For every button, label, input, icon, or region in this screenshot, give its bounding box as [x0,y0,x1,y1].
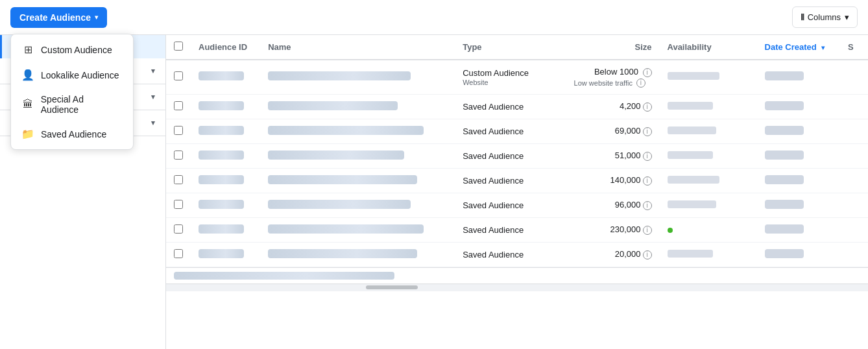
name-blurred [268,126,424,135]
type-label: Saved Audience [463,126,558,136]
dropdown-item-special-ad-audience[interactable]: 🏛 Special Ad Audience [11,88,133,121]
table-row: Saved Audience 51,000i [166,143,868,168]
th-name: Name [260,35,455,60]
toolbar: Create Audience ▾ ⦀ Columns ▾ [0,0,868,35]
size-info-icon[interactable]: i [643,68,652,77]
row-checkbox[interactable] [174,249,183,258]
row-checkbox[interactable] [174,101,183,110]
td-name [260,60,455,94]
th-name-label: Name [268,42,291,52]
size-info-icon[interactable]: i [643,226,652,235]
size-info-icon[interactable]: i [643,201,652,210]
td-date [757,60,841,94]
table-row: Saved Audience 230,000i [166,217,868,242]
row-checkbox[interactable] [174,71,183,80]
dropdown-item-saved-audience[interactable]: 📁 Saved Audience [11,121,133,147]
type-sub: Website [463,78,558,86]
size-val: 230,000 [610,224,641,234]
avail-blurred [668,200,716,208]
size-val: 51,000 [615,150,641,160]
audience-id-blurred [199,224,244,234]
columns-caret-icon: ▾ [845,12,849,22]
avail-blurred [668,176,719,184]
th-audience-id: Audience ID [191,35,260,60]
th-availability: Availability [660,35,757,60]
audiences-table: Audience ID Name Type Size Availability [166,35,868,267]
th-date-created[interactable]: Date Created ▾ [757,35,841,60]
create-audience-button[interactable]: Create Audience ▾ [10,7,107,28]
size-info-icon[interactable]: i [643,152,652,161]
type-label: Saved Audience [463,250,558,259]
audience-id-blurred [199,71,244,80]
columns-icon: ⦀ [801,12,804,23]
date-blurred [765,249,804,258]
th-type-label: Type [463,42,481,52]
dropdown-item-custom-audience[interactable]: ⊞ Custom Audience [11,37,133,62]
size-val: 69,000 [615,126,641,136]
avail-blurred [668,72,719,80]
table-row: Saved Audience 96,000i [166,193,868,217]
low-traffic-label: Low website traffic i [574,78,652,88]
dropdown-item-custom-audience-label: Custom Audience [41,45,112,55]
size-info-icon[interactable]: i [643,127,652,136]
size-info-icon[interactable]: i [643,102,652,112]
size-val: 96,000 [615,200,641,210]
table-row: Saved Audience 140,000i [166,168,868,193]
avail-blurred [668,126,716,134]
select-all-checkbox[interactable] [174,42,183,51]
create-audience-dropdown: ⊞ Custom Audience 👤 Lookalike Audience 🏛… [10,34,134,150]
columns-button[interactable]: ⦀ Columns ▾ [792,6,858,28]
date-blurred [765,126,804,135]
audience-id-blurred [199,150,244,160]
size-val: Below 1000 [594,67,638,77]
row-checkbox[interactable] [174,126,183,135]
date-blurred [765,224,804,234]
th-date-created-label: Date Created [765,42,817,52]
table-row: Saved Audience 69,000i [166,119,868,143]
td-checkbox [166,60,191,94]
create-audience-caret: ▾ [95,14,98,21]
availability-green-dot [668,228,673,233]
dropdown-item-saved-audience-label: Saved Audience [41,129,106,139]
td-audience-id [191,60,260,94]
dropdown-item-lookalike-audience[interactable]: 👤 Lookalike Audience [11,62,133,88]
audience-id-blurred [199,249,244,258]
table-row: Saved Audience 4,200i [166,94,868,119]
type-label: Saved Audience [463,151,558,161]
size-val: 140,000 [610,175,641,185]
audience-id-blurred [199,175,244,184]
date-blurred [765,101,804,110]
dropdown-item-lookalike-audience-label: Lookalike Audience [41,70,119,80]
avail-blurred [668,102,713,110]
name-blurred [268,71,411,80]
th-size: Size [566,35,660,60]
th-audience-id-label: Audience ID [199,42,247,52]
columns-label: Columns [808,12,841,22]
low-traffic-info-icon[interactable]: i [636,78,645,88]
name-blurred [268,224,424,234]
size-info-icon[interactable]: i [643,250,652,259]
row-checkbox[interactable] [174,200,183,209]
th-availability-label: Availability [668,42,712,52]
row-checkbox[interactable] [174,150,183,160]
avail-blurred [668,250,713,258]
type-label: Saved Audience [463,176,558,186]
row-checkbox[interactable] [174,175,183,184]
table-body: Custom Audience Website Below 1000 i Low… [166,60,868,267]
size-info-icon[interactable]: i [643,176,652,186]
type-label: Saved Audience [463,225,558,235]
audience-id-blurred [199,200,244,209]
create-audience-label: Create Audience [19,12,91,23]
lookalike-audience-icon: 👤 [21,69,34,81]
size-val: 20,000 [615,249,641,259]
type-label: Saved Audience [463,102,558,112]
horizontal-scrollbar[interactable] [166,283,868,291]
date-blurred [765,175,804,184]
th-s: S [840,35,868,60]
type-filter-caret-icon: ▾ [151,67,155,75]
name-blurred [268,150,404,160]
scroll-thumb[interactable] [366,285,418,289]
row-checkbox[interactable] [174,224,183,234]
type-label: Saved Audience [463,200,558,210]
date-blurred [765,71,804,80]
